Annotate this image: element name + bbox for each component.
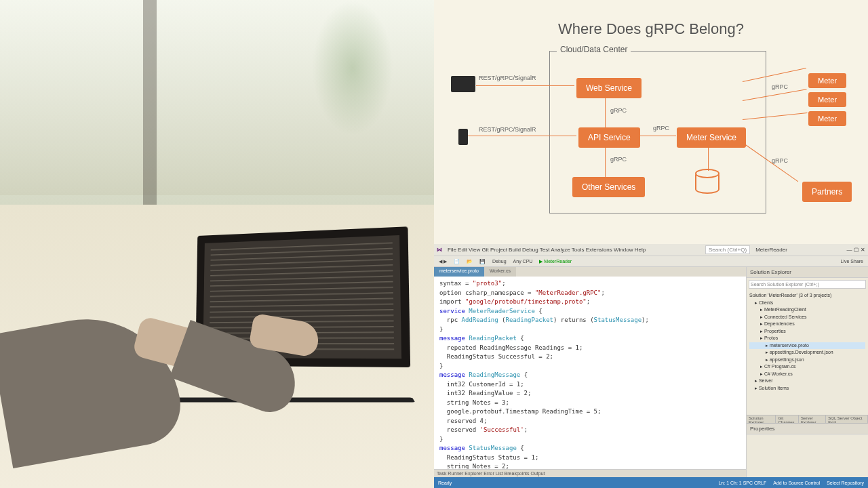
node-other-services: Other Services (572, 177, 645, 197)
select-repo[interactable]: Select Repository (827, 481, 864, 485)
node-meter-2: Meter (808, 92, 846, 107)
code-area[interactable]: syntax = "proto3";option csharp_namespac… (434, 277, 746, 469)
node-web-service: Web Service (576, 78, 642, 98)
window-controls[interactable]: — ▢ ✕ (847, 247, 865, 253)
photo-panel (0, 0, 434, 488)
conn-laptop-web (476, 85, 574, 86)
label-grpc-1: gRPC (610, 107, 627, 114)
toolbar-config[interactable]: Debug (490, 259, 509, 264)
node-meter-service: Meter Service (677, 127, 746, 148)
menu-items[interactable]: File Edit View Git Project Build Debug T… (448, 247, 646, 253)
label-grpc-3: gRPC (653, 125, 669, 131)
visual-studio-ide: ⋈ File Edit View Git Project Build Debug… (434, 244, 868, 488)
conn-web-api (605, 98, 606, 128)
toolbar-platform[interactable]: Any CPU (511, 259, 535, 264)
conn-phone-api (468, 136, 576, 136)
node-api-service: API Service (578, 127, 640, 148)
label-rest-1: REST/gRPC/SignalR (479, 75, 536, 81)
content-panel: Where Does gRPC Belong? Cloud/Data Cente… (434, 0, 868, 488)
tree-item[interactable]: ▸ Dependencies (749, 321, 865, 328)
laptop-icon (451, 76, 475, 92)
toolbar-run[interactable]: ▶ MeterReader (537, 259, 574, 264)
label-grpc-2: gRPC (610, 156, 627, 163)
status-bar: Ready Ln: 1 Ch: 1 SPC CRLF Add to Source… (434, 477, 868, 488)
solution-explorer-title: Solution Explorer (747, 267, 868, 278)
diagram-slide: Where Does gRPC Belong? Cloud/Data Cente… (434, 0, 868, 244)
cloud-label: Cloud/Data Center (557, 45, 631, 54)
vs-logo-icon: ⋈ (437, 247, 442, 253)
toolbar-new[interactable]: 📄 (452, 259, 462, 264)
ide-toolbar[interactable]: ◀ ▶ 📄 📂 💾 Debug Any CPU ▶ MeterReader Li… (434, 256, 868, 267)
tree-item[interactable]: ▸ Connected Services (749, 314, 865, 321)
tree-item[interactable]: ▸ Protos (749, 335, 865, 342)
node-meter-1: Meter (808, 73, 846, 88)
diagram-title: Where Does gRPC Belong? (434, 0, 868, 38)
conn-api-meter (637, 136, 676, 136)
add-source-control[interactable]: Add to Source Control (773, 481, 820, 485)
editor-tab[interactable]: Worker.cs (484, 267, 516, 277)
label-rest-2: REST/gRPC/SignalR (479, 126, 536, 133)
node-partners: Partners (802, 182, 852, 202)
toolbar-nav[interactable]: ◀ ▶ (437, 259, 449, 264)
project-label: MeterReader (755, 247, 787, 253)
editor-tab[interactable]: meterservice.proto (434, 267, 484, 277)
solution-search[interactable]: Search Solution Explorer (Ctrl+;) (749, 280, 866, 289)
conn-meter-db (708, 148, 709, 171)
live-share-button[interactable]: Live Share (839, 259, 865, 264)
tree-item[interactable]: ▸ C# Program.cs (749, 363, 865, 371)
toolbar-save[interactable]: 💾 (477, 259, 488, 264)
status-position: Ln: 1 Ch: 1 SPC CRLF (718, 481, 766, 485)
tree-item[interactable]: Solution 'MeterReader' (3 of 3 projects) (749, 292, 865, 300)
plant-decor (312, 0, 393, 136)
solution-tree[interactable]: Solution 'MeterReader' (3 of 3 projects)… (747, 291, 868, 415)
tree-item[interactable]: ▸ Solution Items (749, 385, 865, 392)
tree-item[interactable]: ▸ Clients (749, 300, 865, 307)
toolbar-open[interactable]: 📂 (465, 259, 475, 264)
status-ready: Ready (438, 481, 452, 485)
tree-item[interactable]: ▸ Properties (749, 328, 865, 336)
label-grpc-4: gRPC (772, 83, 788, 90)
label-grpc-5: gRPC (772, 157, 788, 164)
solution-explorer: Solution Explorer Search Solution Explor… (746, 267, 868, 477)
tree-item[interactable]: ▸ appsettings.Development.json (749, 349, 865, 357)
editor-tabs[interactable]: meterservice.protoWorker.cs (434, 267, 746, 277)
ide-menubar: ⋈ File Edit View Git Project Build Debug… (434, 244, 868, 256)
search-box[interactable]: Search (Ctrl+Q) (705, 245, 750, 254)
properties-title: Properties (747, 424, 868, 434)
phone-icon (458, 129, 468, 145)
database-icon (695, 171, 719, 194)
code-editor: meterservice.protoWorker.cs syntax = "pr… (434, 267, 746, 477)
editor-bottom-tabs[interactable]: Task Runner Explorer Error List Breakpoi… (434, 469, 746, 477)
node-meter-3: Meter (808, 111, 846, 126)
conn-api-other (605, 148, 606, 178)
tree-item[interactable]: ▸ C# Worker.cs (749, 371, 865, 378)
tree-item[interactable]: ▸ Server (749, 378, 865, 385)
window-frame (143, 0, 157, 205)
stock-photo (0, 0, 434, 488)
ide-body: meterservice.protoWorker.cs syntax = "pr… (434, 267, 868, 477)
tree-item[interactable]: ▸ MeterReadingClient (749, 306, 865, 314)
properties-panel: Properties (747, 423, 868, 477)
hands-illustration (0, 264, 305, 454)
sidebar-bottom-tabs[interactable]: Solution ExplorerGit ChangesServer Explo… (747, 415, 868, 423)
tree-item[interactable]: ▸ meterservice.proto (749, 342, 865, 350)
tree-item[interactable]: ▸ appsettings.json (749, 357, 865, 364)
